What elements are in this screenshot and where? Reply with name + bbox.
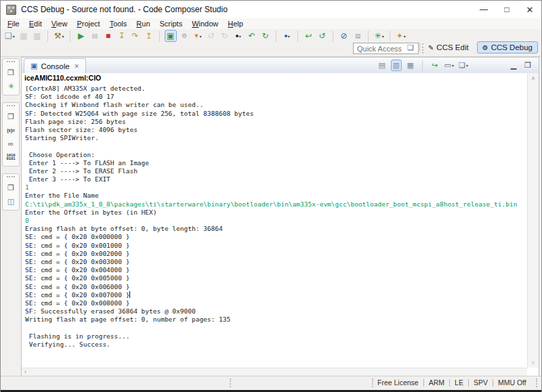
step-return-icon: ↥ — [146, 32, 152, 40]
scroll-lock-icon: ▥ — [392, 62, 399, 69]
new-wizard-button[interactable]: ❏▾ — [3, 30, 16, 42]
core-select-button[interactable]: ●▾ — [281, 30, 293, 42]
toolbar-separator — [333, 31, 334, 41]
restore-stack-icon[interactable]: ❐ — [3, 66, 19, 79]
open-console-button[interactable]: ❏▾ — [458, 60, 469, 71]
restore-stack-icon[interactable]: ❐ — [3, 181, 19, 194]
console-line: Flash page size: 256 bytes — [25, 118, 527, 126]
maximize-button[interactable]: □ — [495, 1, 518, 18]
display-selected-console-button[interactable]: ▭▾ — [444, 60, 455, 71]
step-over-button[interactable]: ↷ — [129, 30, 142, 42]
restore-debug-button: ↺ — [205, 30, 217, 42]
run-to-line-button[interactable]: ↩ — [303, 30, 315, 42]
console-line: C:\ti\pdk_am335x_1_0_8\packages\ti\start… — [25, 200, 527, 209]
close-button[interactable]: ✕ — [518, 1, 541, 18]
menu-scripts[interactable]: Scripts — [155, 19, 188, 28]
console-line: SE: cmd = { 0x20 0x008000 } — [25, 299, 527, 307]
perspective-ccs-debug[interactable]: ⚙ CCS Debug — [477, 41, 538, 53]
perspective-switcher: ❏ ✎ CCS Edit ⚙ CCS Debug — [404, 41, 538, 53]
tab-console[interactable]: ▣ Console ✕ — [24, 58, 86, 73]
step-into-button[interactable]: ↧ — [116, 30, 128, 42]
toolbar-separator — [47, 31, 49, 41]
cpu-status: ARM — [429, 378, 444, 387]
registers-view-icon[interactable]: 1010 0101 — [3, 150, 19, 164]
restore-stack-icon[interactable]: ❐ — [3, 110, 19, 123]
step-return-button[interactable]: ↥ — [143, 30, 155, 42]
perspective-label: CCS Edit — [436, 43, 468, 51]
menu-window[interactable]: Window — [187, 19, 223, 28]
target-config-icon: ⚙ — [182, 32, 186, 40]
secondary-toolbar: ❏ ✎ CCS Edit ⚙ CCS Debug — [1, 43, 541, 57]
horizontal-scrollbar[interactable]: ‹ — [22, 368, 527, 376]
minimize-button[interactable]: — — [472, 1, 495, 18]
restore-debug-icon: ↺ — [208, 32, 215, 40]
console-description: iceAMIC110.ccxml:CIO — [22, 73, 527, 83]
save-icon: ▦ — [20, 32, 27, 40]
scroll-lock-button[interactable]: ▥ — [391, 60, 402, 71]
vertical-scrollbar[interactable]: ∧ ∨ — [527, 73, 539, 368]
resume-icon: ▶ — [78, 32, 84, 40]
console-line: SE: cmd = { 0x20 0x000000 } — [25, 233, 527, 241]
scroll-left-icon[interactable]: ‹ — [24, 368, 26, 376]
reset-cpu-button[interactable]: ↻ — [259, 30, 272, 42]
console-line: Enter the Offset in bytes (in HEX) — [25, 209, 527, 217]
debug-view-icon[interactable]: ✳ — [3, 79, 19, 93]
console-line: Choose Operation: — [25, 151, 527, 159]
restore-view-button[interactable]: ❐ — [522, 60, 533, 71]
scope-tool-button[interactable]: ⊘ — [338, 30, 350, 42]
variables-view-icon[interactable]: (x)= — [3, 123, 19, 137]
toolbar-separator — [276, 31, 277, 41]
memory-browser-icon: ▤ — [355, 32, 360, 40]
console-line: Checking if Winbond flash writer can be … — [25, 101, 527, 109]
toolbar-separator — [368, 31, 369, 41]
probe-point-button[interactable]: ✦▾ — [395, 30, 407, 42]
terminate-icon: ■ — [106, 32, 110, 40]
dropdown-caret-icon: ▾ — [13, 34, 15, 39]
console-line: SF: Got idcode ef 40 17 — [25, 93, 527, 101]
tab-label: Console — [41, 62, 69, 70]
console-line — [25, 324, 527, 332]
debug-alt-button[interactable]: ●▾ — [232, 30, 245, 42]
menu-help[interactable]: Help — [223, 19, 248, 28]
editor-area-icon[interactable]: ◫ — [3, 194, 19, 208]
menu-view[interactable]: View — [47, 19, 72, 28]
build-button[interactable]: ⚒▾ — [53, 30, 66, 42]
target-config-button[interactable]: ⚙ — [178, 30, 190, 42]
refresh-target-icon: ↺ — [319, 32, 326, 40]
debug-perspective-icon: ⚙ — [482, 44, 488, 51]
pin-console-icon: ▦ — [406, 62, 413, 69]
connect-target-button[interactable]: ▣ — [165, 30, 177, 42]
refresh-target-button[interactable]: ↺ — [316, 30, 329, 42]
status-separator — [468, 379, 469, 387]
resume-button[interactable]: ▶ — [75, 30, 87, 42]
console-output[interactable]: [CortxA8] AM335X part detected.SF: Got i… — [22, 83, 527, 368]
pin-console-button[interactable]: ▦ — [405, 60, 416, 71]
app-icon — [6, 5, 16, 15]
terminate-button[interactable]: ■ — [102, 30, 114, 42]
close-tab-icon[interactable]: ✕ — [75, 63, 80, 70]
minimize-view-button[interactable]: ▁ — [508, 60, 519, 71]
console-line: SE: cmd = { 0x20 0x005000 } — [25, 274, 527, 282]
memory-browser-button[interactable]: ▤ — [352, 30, 364, 42]
clear-console-button[interactable]: ▤ — [377, 60, 388, 71]
menu-tools[interactable]: Tools — [105, 19, 132, 28]
remove-launch-button[interactable]: ↪ — [430, 60, 440, 71]
restart-button[interactable]: ↶ — [246, 30, 258, 42]
load-program-button[interactable]: ▼▾ — [192, 30, 204, 42]
menu-run[interactable]: Run — [131, 19, 154, 28]
reset-cpu-icon: ↻ — [262, 32, 269, 40]
menu-file[interactable]: File — [3, 19, 24, 28]
scroll-up-icon[interactable]: ∧ — [528, 75, 539, 81]
expressions-view-icon[interactable]: ∞ — [3, 137, 19, 150]
breakpoint-button[interactable]: ✳▾ — [373, 30, 385, 42]
status-bar: Free License ARM LE SPV MMU Off — [1, 376, 541, 390]
perspective-ccs-edit[interactable]: ✎ CCS Edit — [423, 41, 474, 53]
dropdown-caret-icon: ▾ — [62, 34, 64, 39]
open-perspective-icon[interactable]: ❏ — [404, 42, 417, 53]
minimize-view-icon: ▁ — [511, 62, 516, 69]
scroll-down-icon[interactable]: ∨ — [528, 360, 539, 366]
console-line: SF: Successfully erased 36864 bytes @ 0x… — [25, 307, 527, 315]
menu-edit[interactable]: Edit — [24, 19, 47, 28]
menu-project[interactable]: Project — [72, 19, 104, 28]
run-to-line-icon: ↩ — [306, 32, 312, 40]
